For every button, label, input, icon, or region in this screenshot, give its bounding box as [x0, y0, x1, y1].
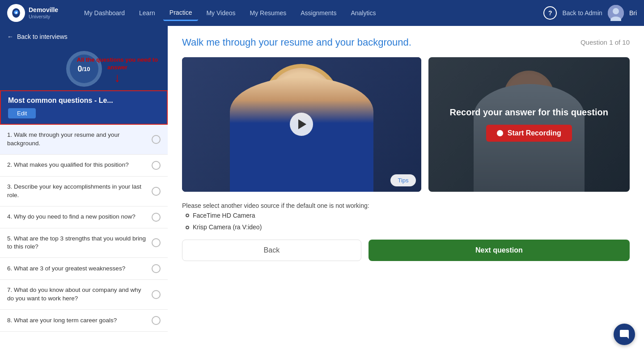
nav-assignments[interactable]: Assignments	[294, 6, 343, 20]
question-radio-8[interactable]	[152, 316, 161, 325]
camera-source-text: Please select another video source if th…	[182, 202, 369, 209]
camera-dot-icon	[186, 214, 189, 217]
nav-right: ? Back to Admin Bri	[543, 5, 637, 21]
table-row[interactable]: 4. Why do you need to find a new positio…	[0, 206, 168, 228]
questions-header: Most common questions - Le... Edit	[0, 90, 168, 125]
camera-option-2: Krisp Camera (ra V:ideo)	[193, 222, 262, 232]
back-arrow-icon: ←	[7, 33, 13, 40]
play-icon	[298, 119, 306, 129]
chat-icon	[619, 329, 630, 340]
progress-inner: 0/10	[70, 55, 98, 83]
question-text-2: 2. What makes you qualified for this pos…	[7, 161, 147, 169]
content-area: Walk me through your resume and your bac…	[168, 26, 644, 354]
nav-analytics[interactable]: Analytics	[344, 6, 382, 20]
start-recording-label: Start Recording	[508, 129, 561, 137]
question-text-8: 8. What are your long term career goals?	[7, 316, 147, 325]
camera-option-1: FaceTime HD Camera	[193, 211, 255, 220]
svg-point-1	[613, 8, 619, 14]
table-row[interactable]: 7. What do you know about our company an…	[0, 280, 168, 310]
main-container: ← Back to interviews 0/10 All the questi…	[0, 26, 644, 354]
sidebar: ← Back to interviews 0/10 All the questi…	[0, 26, 168, 354]
camera-source-info: Please select another video source if th…	[182, 201, 630, 232]
question-text-6: 6. What are 3 of your greatest weaknesse…	[7, 265, 147, 273]
edit-button[interactable]: Edit	[8, 108, 36, 118]
tips-button[interactable]: Tips	[390, 174, 415, 186]
progress-circle: 0/10	[66, 51, 102, 87]
back-interviews-label: Back to interviews	[17, 33, 68, 40]
question-radio-6[interactable]	[152, 264, 161, 273]
progress-container: 0/10	[0, 47, 168, 90]
nav-my-dashboard[interactable]: My Dashboard	[78, 6, 131, 20]
table-row[interactable]: 5. What are the top 3 strengths that you…	[0, 228, 168, 258]
question-text-3: 3. Describe your key accomplishments in …	[7, 183, 147, 200]
question-radio-5[interactable]	[152, 238, 161, 247]
question-radio-3[interactable]	[152, 187, 161, 196]
main-question-text: Walk me through your resume and your bac…	[182, 37, 572, 48]
start-recording-button[interactable]: Start Recording	[486, 125, 572, 142]
progress-current: 0	[77, 64, 82, 74]
question-radio-1[interactable]	[152, 135, 161, 144]
chat-bubble-button[interactable]	[614, 324, 635, 345]
question-radio-2[interactable]	[152, 161, 161, 170]
back-to-interviews[interactable]: ← Back to interviews	[0, 26, 168, 47]
list-item[interactable]: FaceTime HD Camera	[186, 211, 630, 220]
brand-name: Demoville	[29, 6, 58, 14]
table-row[interactable]: 3. Describe your key accomplishments in …	[0, 177, 168, 206]
brand-sub: University	[29, 14, 58, 20]
nav-links: My Dashboard Learn Practice My Videos My…	[74, 5, 543, 21]
question-text-1: 1. Walk me through your resume and your …	[7, 131, 147, 148]
next-question-button[interactable]: Next question	[369, 240, 630, 261]
record-dot-icon	[497, 130, 503, 136]
nav-learn[interactable]: Learn	[133, 6, 161, 20]
nav-my-resumes[interactable]: My Resumes	[244, 6, 293, 20]
avatar	[608, 5, 624, 21]
camera-dot-icon	[186, 226, 189, 229]
nav-practice[interactable]: Practice	[163, 5, 199, 21]
list-item[interactable]: Krisp Camera (ra V:ideo)	[186, 222, 630, 232]
interviewer-video: Tips	[182, 57, 421, 192]
question-count: Question 1 of 10	[572, 37, 630, 46]
questions-title: Most common questions - Le...	[8, 97, 160, 105]
help-button[interactable]: ?	[543, 6, 557, 20]
back-button[interactable]: Back	[182, 240, 361, 261]
camera-list: FaceTime HD Camera Krisp Camera (ra V:id…	[182, 211, 630, 232]
question-text-7: 7. What do you know about our company an…	[7, 286, 147, 303]
question-text-5: 5. What are the top 3 strengths that you…	[7, 235, 147, 252]
navbar: Demoville University My Dashboard Learn …	[0, 0, 644, 26]
table-row[interactable]: 6. What are 3 of your greatest weaknesse…	[0, 258, 168, 280]
question-radio-7[interactable]	[152, 290, 161, 299]
questions-list: 1. Walk me through your resume and your …	[0, 125, 168, 354]
record-overlay: Record your answer for this question Sta…	[428, 57, 630, 192]
table-row[interactable]: 1. Walk me through your resume and your …	[0, 125, 168, 155]
table-row[interactable]: 8. What are your long term career goals?	[0, 310, 168, 332]
question-radio-4[interactable]	[152, 213, 161, 222]
nav-my-videos[interactable]: My Videos	[200, 6, 242, 20]
logo-area: Demoville University	[7, 4, 74, 22]
back-admin-link[interactable]: Back to Admin	[562, 9, 602, 17]
logo-text: Demoville University	[29, 6, 58, 20]
table-row[interactable]: 2. What makes you qualified for this pos…	[0, 155, 168, 177]
question-text-4: 4. Why do you need to find a new positio…	[7, 213, 147, 221]
videos-row: Tips Record your answer for this questio…	[182, 57, 630, 192]
user-name: Bri	[629, 9, 637, 17]
record-title: Record your answer for this question	[443, 107, 616, 118]
user-video: Record your answer for this question Sta…	[428, 57, 630, 192]
progress-denom: /10	[82, 66, 90, 72]
play-button[interactable]	[290, 113, 313, 136]
bottom-actions: Back Next question	[182, 240, 630, 261]
logo-icon	[7, 4, 25, 22]
question-header: Walk me through your resume and your bac…	[182, 37, 630, 48]
